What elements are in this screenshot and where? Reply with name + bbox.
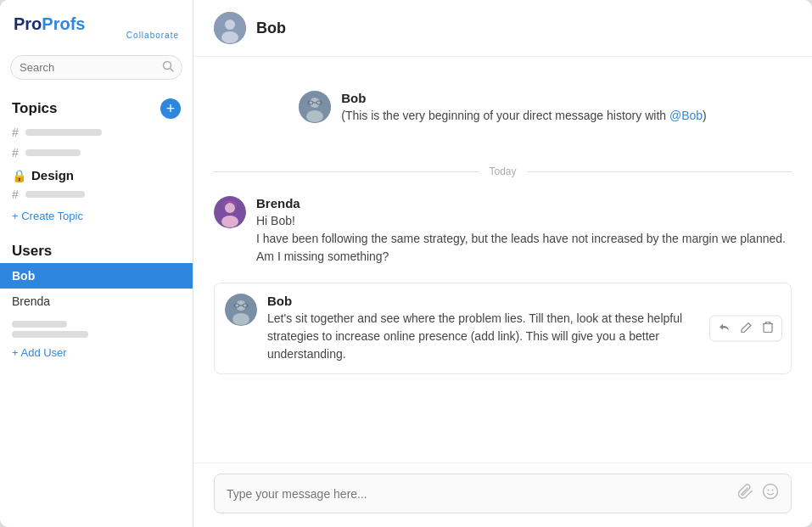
svg-point-12 [225, 203, 235, 213]
history-sender: Bob [341, 91, 707, 105]
history-text: (This is the very beginning of your dire… [341, 107, 707, 125]
divider-line-right [527, 171, 792, 172]
svg-point-28 [772, 490, 774, 491]
chat-header: Bob [193, 0, 812, 57]
svg-point-26 [764, 485, 778, 499]
history-avatar [299, 91, 331, 123]
svg-rect-20 [764, 324, 772, 333]
bob-text: Let's sit together and see where the pro… [267, 310, 696, 363]
emoji-icon[interactable] [762, 483, 779, 504]
design-group: 🔒 Design [0, 163, 193, 184]
sidebar: ProProfs Collaborate Topics + # # [0, 0, 193, 527]
app-window: ProProfs Collaborate Topics + # # [0, 0, 812, 527]
user-bar-2 [12, 331, 88, 338]
bob-sender: Bob [267, 294, 696, 308]
chat-header-name: Bob [256, 20, 286, 37]
add-user-link[interactable]: + Add User [0, 341, 193, 364]
hash-icon-design: # [12, 188, 19, 201]
hash-icon-1: # [12, 126, 19, 139]
design-label: Design [31, 168, 74, 182]
attachment-icon[interactable] [738, 484, 753, 503]
create-topic-link[interactable]: + Create Topic [0, 205, 193, 227]
topic-bar-1 [25, 129, 102, 136]
search-icon [162, 60, 174, 75]
topics-section-header: Topics + [0, 95, 193, 122]
message-actions [709, 316, 782, 342]
message-input[interactable] [227, 487, 738, 501]
topic-item-2[interactable]: # [0, 143, 193, 163]
hash-icon-2: # [12, 146, 19, 160]
brenda-content: Brenda Hi Bob!I have been following the … [256, 196, 792, 266]
message-brenda: Brenda Hi Bob!I have been following the … [214, 188, 792, 274]
mention: @Bob [669, 109, 703, 122]
message-bob: Bob Let's sit together and see where the… [214, 283, 792, 374]
logo: ProProfs Collaborate [0, 0, 193, 48]
search-input[interactable] [20, 61, 162, 74]
design-topic-item[interactable]: # [0, 184, 193, 205]
history-message: Bob (This is the very beginning of your … [299, 91, 707, 125]
search-box[interactable] [10, 55, 182, 80]
divider-label: Today [479, 165, 526, 177]
users-section-header: Users [0, 239, 193, 263]
spacer [214, 449, 792, 463]
today-divider: Today [214, 165, 792, 177]
brenda-avatar [214, 196, 246, 228]
svg-point-27 [768, 490, 770, 491]
chat-body: Bob (This is the very beginning of your … [193, 57, 812, 463]
history-block: Bob (This is the very beginning of your … [214, 74, 792, 155]
svg-point-16 [232, 313, 249, 325]
chat-input-area [193, 463, 812, 527]
lock-icon: 🔒 [12, 169, 26, 182]
logo-pro: Pro [14, 14, 42, 33]
brenda-sender: Brenda [256, 196, 792, 210]
divider-line-left [214, 171, 479, 172]
bob-content: Bob Let's sit together and see where the… [267, 294, 781, 363]
history-content: Bob (This is the very beginning of your … [341, 91, 707, 125]
svg-point-3 [225, 20, 235, 30]
chat-input-box [214, 474, 792, 513]
brenda-text: Hi Bob!I have been following the same st… [256, 212, 792, 266]
svg-point-4 [221, 31, 238, 43]
svg-line-1 [171, 69, 174, 72]
design-topic-bar [25, 191, 85, 198]
users-label: Users [12, 243, 52, 260]
delete-button[interactable] [761, 320, 775, 338]
user-bar-1 [12, 321, 67, 328]
add-topic-button[interactable]: + [160, 98, 181, 119]
topics-label: Topics [12, 100, 58, 117]
svg-point-13 [221, 216, 238, 227]
header-avatar [214, 12, 246, 44]
input-icons [738, 483, 779, 504]
topic-bar-2 [25, 149, 81, 156]
edit-button[interactable] [739, 320, 754, 338]
users-section: Users Bob Brenda + Add User [0, 234, 193, 364]
chat-main: Bob [193, 0, 812, 527]
sidebar-item-brenda[interactable]: Brenda [0, 289, 193, 314]
topic-item-1[interactable]: # [0, 122, 193, 143]
logo-profs: Profs [42, 14, 85, 33]
reply-button[interactable] [717, 320, 732, 338]
messages-area: Brenda Hi Bob!I have been following the … [214, 188, 792, 449]
bob-avatar [225, 294, 257, 326]
svg-point-7 [306, 110, 323, 122]
sidebar-item-bob[interactable]: Bob [0, 263, 193, 289]
